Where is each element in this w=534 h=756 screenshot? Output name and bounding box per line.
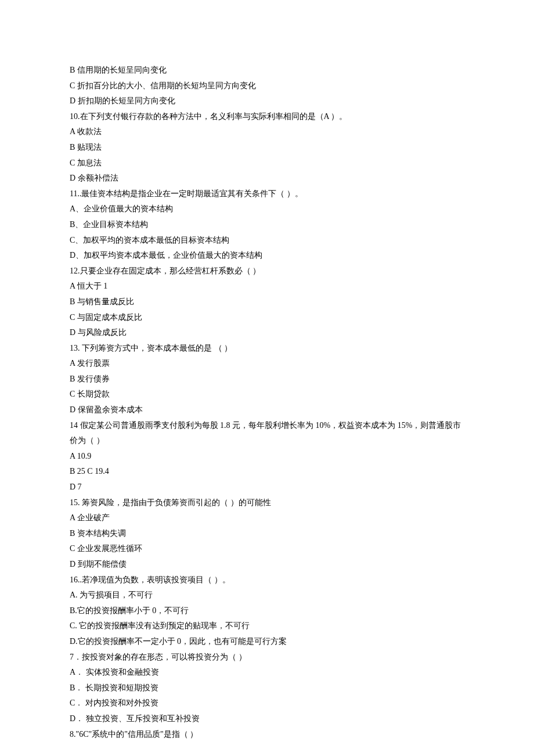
text-line: A 收款法 xyxy=(70,124,464,140)
text-line: C 折扣百分比的大小、信用期的长短均呈同方向变化 xyxy=(70,78,464,94)
text-line: C． 对内投资和对外投资 xyxy=(70,696,464,711)
text-line: 10.在下列支付银行存款的各种方法中，名义利率与实际利率相同的是（A ）。 xyxy=(70,109,464,125)
text-line: 15. 筹资风险，是指由于负债筹资而引起的（ ）的可能性 xyxy=(70,495,464,511)
text-line: C 长期贷款 xyxy=(70,387,464,402)
text-line: B 资本结构失调 xyxy=(70,526,464,542)
text-line: A 10.9 xyxy=(70,449,464,465)
text-line: C 与固定成本成反比 xyxy=(70,310,464,326)
document-page: B 信用期的长短呈同向变化 C 折扣百分比的大小、信用期的长短均呈同方向变化 D… xyxy=(0,0,534,756)
text-line: A. 为亏损项目，不可行 xyxy=(70,588,464,603)
text-line: B 25 C 19.4 xyxy=(70,464,464,480)
text-line: 8."6C"系统中的"信用品质"是指（ ） xyxy=(70,727,464,743)
text-line: D 与风险成反比 xyxy=(70,325,464,341)
text-line: 11..最佳资本结构是指企业在一定时期最适宜其有关条件下（ ）。 xyxy=(70,186,464,202)
text-line: B． 长期投资和短期投资 xyxy=(70,681,464,696)
text-line: 16..若净现值为负数，表明该投资项目（ ）。 xyxy=(70,573,464,588)
text-line: A、企业价值最大的资本结构 xyxy=(70,201,464,217)
text-line: D 保留盈余资本成本 xyxy=(70,402,464,418)
text-line: B.它的投资报酬率小于 0，不可行 xyxy=(70,603,464,619)
text-line: D 折扣期的长短呈同方向变化 xyxy=(70,93,464,109)
text-line: D 余额补偿法 xyxy=(70,171,464,186)
text-line: D． 独立投资、互斥投资和互补投资 xyxy=(70,711,464,727)
text-line: 14 假定某公司普通股雨季支付股利为每股 1.8 元，每年股利增长率为 10%，… xyxy=(70,418,464,449)
text-line: C、加权平均的资本成本最低的目标资本结构 xyxy=(70,233,464,249)
text-line: A． 实体投资和金融投资 xyxy=(70,665,464,681)
text-line: B 发行债券 xyxy=(70,372,464,387)
text-line: 7．按投资对象的存在形态，可以将投资分为（ ） xyxy=(70,650,464,665)
text-line: B 与销售量成反比 xyxy=(70,294,464,310)
text-line: D.它的投资报酬率不一定小于 0，因此，也有可能是可行方案 xyxy=(70,634,464,650)
text-line: D 到期不能偿债 xyxy=(70,557,464,573)
text-line: A 发行股票 xyxy=(70,356,464,372)
text-line: D 7 xyxy=(70,480,464,495)
text-line: D、加权平均资本成本最低，企业价值最大的资本结构 xyxy=(70,248,464,264)
text-line: 12.只要企业存在固定成本，那么经营杠杆系数必（ ） xyxy=(70,264,464,279)
text-line: 13. 下列筹资方式中，资本成本最低的是 （ ） xyxy=(70,341,464,357)
text-line: A 企业破产 xyxy=(70,510,464,526)
text-line: C 加息法 xyxy=(70,156,464,171)
text-line: B 贴现法 xyxy=(70,140,464,156)
text-line: C. 它的投资报酬率没有达到预定的贴现率，不可行 xyxy=(70,618,464,634)
text-line: B 信用期的长短呈同向变化 xyxy=(70,63,464,78)
text-line: B、企业目标资本结构 xyxy=(70,217,464,233)
text-line: C 企业发展恶性循环 xyxy=(70,541,464,557)
text-line: A 恒大于 1 xyxy=(70,279,464,294)
